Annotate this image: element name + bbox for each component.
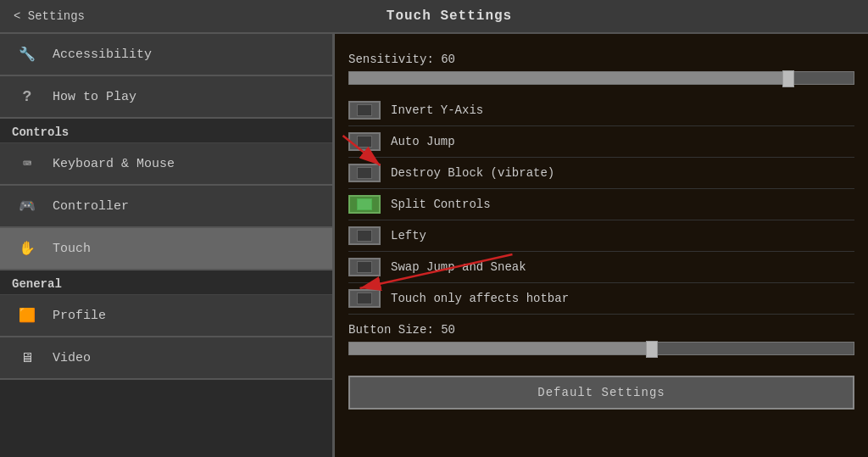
button-size-thumb[interactable] [646, 341, 658, 358]
sidebar-item-label: Keyboard & Mouse [53, 157, 175, 171]
touch-icon [12, 237, 42, 260]
button-size-slider[interactable] [348, 342, 854, 355]
page-title: Touch Settings [98, 8, 868, 24]
button-size-label: Button Size: 50 [348, 323, 854, 337]
sidebar-item-touch[interactable]: Touch [0, 228, 332, 270]
sidebar-item-video[interactable]: Video [0, 337, 332, 380]
gamepad-icon [12, 194, 42, 218]
destroy-block-label: Destroy Block (vibrate) [391, 166, 554, 180]
sidebar-item-controller[interactable]: Controller [0, 186, 332, 228]
auto-jump-label: Auto Jump [391, 135, 455, 148]
sidebar-item-profile[interactable]: Profile [0, 295, 332, 337]
profile-icon [12, 304, 42, 327]
invert-y-toggle[interactable] [348, 101, 381, 120]
sensitivity-thumb[interactable] [782, 70, 794, 87]
main-layout: Accessibility How to Play Controls Keybo… [0, 34, 868, 457]
title-bar: < Settings Touch Settings [0, 0, 868, 34]
toggle-row-auto-jump: Auto Jump [348, 126, 854, 158]
question-icon [12, 85, 42, 109]
default-settings-button[interactable]: Default Settings [348, 376, 854, 410]
toggle-inner [357, 261, 372, 273]
swap-jump-label: Swap Jump and Sneak [391, 260, 526, 274]
lefty-toggle[interactable] [348, 226, 381, 245]
toggle-inner [357, 167, 372, 179]
auto-jump-toggle[interactable] [348, 132, 381, 151]
sensitivity-slider[interactable] [348, 71, 854, 85]
keyboard-icon [12, 152, 42, 176]
toggle-row-lefty: Lefty [348, 220, 854, 252]
sidebar-item-keyboard-mouse[interactable]: Keyboard & Mouse [0, 143, 332, 186]
toggle-row-split-controls: Split Controls [348, 189, 854, 220]
sensitivity-label: Sensitivity: 60 [348, 53, 854, 66]
toggle-row-touch-hotbar: Touch only affects hotbar [348, 283, 854, 315]
video-icon [12, 346, 42, 370]
sidebar-item-label: Accessibility [53, 47, 152, 62]
back-label: < Settings [14, 9, 85, 23]
wrench-icon [12, 42, 42, 66]
sidebar-item-label: Touch [53, 242, 91, 256]
destroy-block-toggle[interactable] [348, 164, 381, 182]
toggle-inner [357, 198, 372, 210]
content-area: Sensitivity: 60 Invert Y-Axis Auto Jump … [335, 34, 868, 457]
touch-hotbar-toggle[interactable] [348, 289, 381, 308]
sidebar-item-accessibility[interactable]: Accessibility [0, 34, 332, 76]
toggle-row-invert-y: Invert Y-Axis [348, 95, 854, 126]
toggle-row-swap-jump: Swap Jump and Sneak [348, 252, 854, 283]
sidebar-item-label: Profile [53, 309, 106, 323]
split-controls-label: Split Controls [391, 198, 491, 211]
sidebar-item-label: How to Play [53, 90, 136, 104]
sensitivity-fill [349, 72, 788, 84]
toggle-inner [357, 104, 372, 116]
toggle-inner [357, 293, 372, 304]
toggle-inner [357, 136, 372, 148]
swap-jump-toggle[interactable] [348, 258, 381, 276]
lefty-label: Lefty [391, 229, 426, 242]
sidebar: Accessibility How to Play Controls Keybo… [0, 34, 335, 457]
toggle-inner [357, 230, 372, 242]
sidebar-item-how-to-play[interactable]: How to Play [0, 76, 332, 119]
touch-hotbar-label: Touch only affects hotbar [391, 292, 569, 305]
sidebar-item-label: Video [53, 351, 91, 365]
section-header-controls: Controls [0, 119, 332, 143]
invert-y-label: Invert Y-Axis [391, 103, 483, 117]
button-size-fill [349, 343, 652, 354]
section-header-general: General [0, 270, 332, 295]
back-button[interactable]: < Settings [0, 9, 98, 23]
split-controls-toggle[interactable] [348, 195, 381, 214]
toggle-row-destroy-block: Destroy Block (vibrate) [348, 158, 854, 189]
sidebar-item-label: Controller [53, 199, 129, 214]
